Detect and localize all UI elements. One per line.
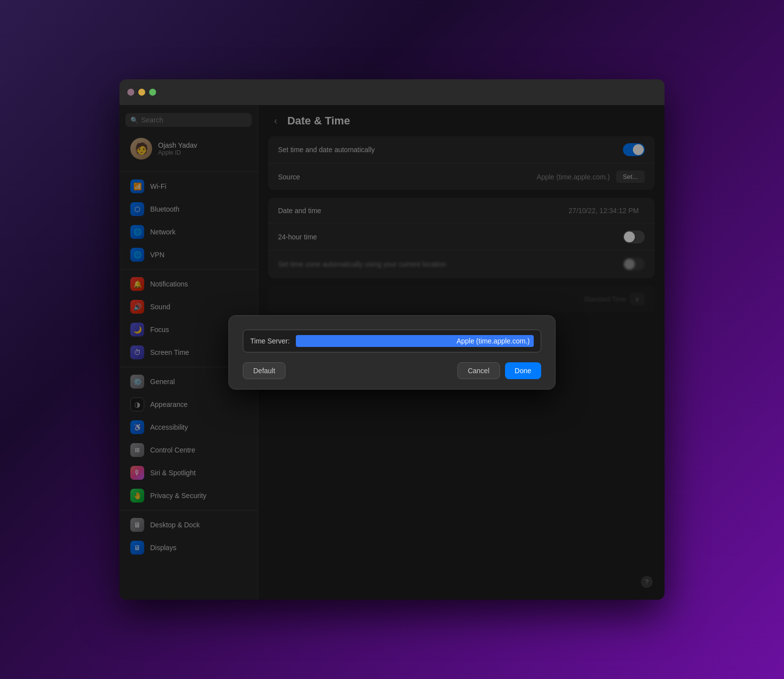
time-server-input[interactable] bbox=[296, 335, 534, 347]
time-server-modal: Time Server: Default Cancel Done bbox=[228, 315, 556, 390]
close-button[interactable] bbox=[127, 89, 134, 96]
system-preferences-window: 🔍 🧑 Ojash Yadav Apple ID 📶 Wi-Fi bbox=[119, 79, 665, 600]
cancel-button[interactable]: Cancel bbox=[457, 362, 500, 379]
time-server-label: Time Server: bbox=[250, 337, 290, 345]
done-button[interactable]: Done bbox=[505, 362, 541, 379]
modal-overlay[interactable]: Time Server: Default Cancel Done bbox=[119, 105, 665, 600]
maximize-button[interactable] bbox=[149, 89, 156, 96]
title-bar bbox=[119, 79, 665, 105]
default-button[interactable]: Default bbox=[243, 362, 285, 379]
minimize-button[interactable] bbox=[138, 89, 145, 96]
time-server-field: Time Server: bbox=[243, 330, 541, 352]
modal-buttons: Default Cancel Done bbox=[243, 362, 541, 379]
traffic-lights bbox=[127, 89, 156, 96]
modal-right-buttons: Cancel Done bbox=[457, 362, 541, 379]
